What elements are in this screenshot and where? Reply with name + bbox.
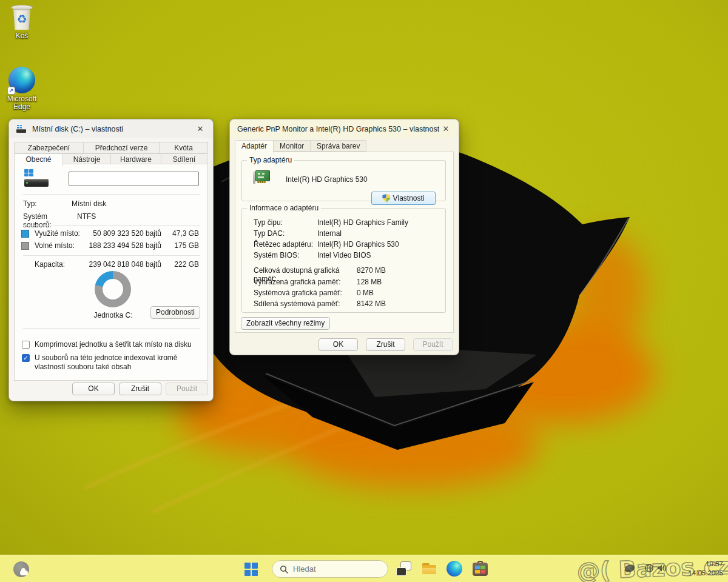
drive-windows-flag-icon <box>24 169 33 176</box>
recycle-bin-rim <box>11 5 33 10</box>
desktop-icon-microsoft-edge[interactable]: ↗ Microsoft Edge <box>0 67 44 111</box>
weather-cloud-icon <box>20 570 28 575</box>
free-space-size: 175 GB <box>161 241 199 250</box>
tab-predchozi-verze[interactable]: Předchozí verze <box>83 142 160 153</box>
index-checkbox-row[interactable]: U souborů na této jednotce indexovat kro… <box>22 353 201 372</box>
apply-button[interactable]: Použít <box>166 383 208 395</box>
volume-label-input[interactable] <box>69 172 199 186</box>
disk-dialog-titlebar[interactable]: Místní disk (C:) – vlastnosti ✕ <box>9 119 213 138</box>
start-button[interactable] <box>243 561 259 577</box>
adapter-name: Intel(R) HD Graphics 530 <box>286 175 368 184</box>
chip-type-value: Intel(R) HD Graphics Family <box>317 218 408 227</box>
recycle-arrows-icon: ♻ <box>16 13 27 25</box>
widgets-button[interactable] <box>13 561 29 577</box>
microsoft-store-button[interactable] <box>472 561 488 577</box>
capacity-size: 222 GB <box>161 260 199 269</box>
free-space-row: Volné místo: 188 233 494 528 bajtů 175 G… <box>21 241 199 250</box>
cancel-button[interactable]: Zrušit <box>366 338 405 351</box>
tab-zabezpeceni[interactable]: Zabezpečení <box>14 142 84 153</box>
drive-icon <box>23 169 50 190</box>
edge-logo-icon <box>447 561 462 577</box>
dac-type-value: Internal <box>317 229 342 238</box>
used-space-bytes: 50 809 323 520 bajtů <box>87 229 161 238</box>
index-checkbox[interactable] <box>22 354 30 362</box>
store-tiles <box>475 566 485 574</box>
chip-type-row: Typ čipu: Intel(R) HD Graphics Family <box>254 218 408 227</box>
drive-mini-body <box>16 129 26 133</box>
dedicated-memory-row: Vyhrazená grafická paměť: 128 MB <box>254 278 382 286</box>
network-icon[interactable] <box>644 563 654 573</box>
tab-adapter[interactable]: Adaptér <box>235 140 274 153</box>
system-memory-value: 0 MB <box>357 289 374 297</box>
drive-led <box>26 182 28 184</box>
clock-time: 10:57 <box>688 560 723 569</box>
bios-label: Systém BIOS: <box>254 251 317 259</box>
tab-obecne[interactable]: Obecné <box>14 153 63 166</box>
adapter-properties-button[interactable]: Vlastnosti <box>371 192 436 205</box>
adapter-dialog-title: Generic PnP Monitor a Intel(R) HD Graphi… <box>237 125 439 133</box>
dedicated-memory-label: Vyhrazená grafická paměť: <box>254 278 357 286</box>
adapter-properties-button-label: Vlastnosti <box>393 194 424 202</box>
compress-checkbox-row[interactable]: Komprimovat jednotku a šetřit tak místo … <box>22 340 201 349</box>
disk-general-page: Typ: Místní disk Systém souborů: NTFS Vy… <box>14 164 208 381</box>
tab-sprava-barev[interactable]: Správa barev <box>310 140 366 152</box>
desktop-icon-label: Microsoft Edge <box>0 95 44 111</box>
adapter-page: Typ adaptéru Intel(R) HD Graphics 530 Vl… <box>235 152 454 333</box>
used-space-swatch <box>21 230 29 238</box>
free-space-bytes: 188 233 494 528 bajtů <box>87 241 161 250</box>
tab-monitor[interactable]: Monitor <box>273 140 311 152</box>
used-space-size: 47,3 GB <box>161 229 199 238</box>
shortcut-arrow-icon: ↗ <box>7 87 15 95</box>
capacity-label: Kapacita: <box>35 260 87 269</box>
close-icon[interactable]: ✕ <box>194 124 207 133</box>
file-explorer-button[interactable] <box>421 561 437 577</box>
divider <box>23 194 200 195</box>
volume-icon[interactable] <box>657 563 667 573</box>
system-memory-row: Systémová grafická paměť: 0 MB <box>254 289 374 297</box>
ok-button[interactable]: OK <box>72 383 115 395</box>
ok-button[interactable]: OK <box>318 338 358 351</box>
filesystem-row: Systém souborů: NTFS <box>23 212 199 229</box>
adapter-dialog-titlebar[interactable]: Generic PnP Monitor a Intel(R) HD Graphi… <box>230 119 459 138</box>
free-space-swatch <box>21 242 29 250</box>
search-input[interactable] <box>293 564 366 574</box>
desktop-icon-label: Koš <box>0 32 44 40</box>
bios-row: Systém BIOS: Intel Video BIOS <box>254 251 371 259</box>
clock-date: 14.05.2025 <box>688 569 723 578</box>
taskbar-clock[interactable]: 10:57 14.05.2025 <box>688 560 723 578</box>
capacity-row: Kapacita: 239 042 818 048 bajtů 222 GB <box>21 259 199 269</box>
details-button[interactable]: Podrobnosti <box>150 306 200 319</box>
desktop-icon-recycle-bin[interactable]: ♻ Koš <box>0 5 44 40</box>
gpu-card-icon <box>253 170 271 185</box>
tab-kvota[interactable]: Kvóta <box>159 142 208 153</box>
adapter-string-row: Řetězec adaptéru: Intel(R) HD Graphics 5… <box>254 240 399 249</box>
close-icon[interactable]: ✕ <box>439 124 453 133</box>
adapter-dialog-tabs: Adaptér Monitor Správa barev <box>230 140 459 152</box>
recycle-bin-body: ♻ <box>12 8 32 30</box>
adapter-properties-dialog: Generic PnP Monitor a Intel(R) HD Graphi… <box>229 119 459 355</box>
list-all-modes-button[interactable]: Zobrazit všechny režimy <box>241 317 330 330</box>
recycle-bin-icon: ♻ <box>11 5 33 30</box>
compress-checkbox[interactable] <box>22 341 30 349</box>
adapter-dialog-footer: OK Zrušit Použít <box>230 338 459 355</box>
type-label: Typ: <box>23 199 72 208</box>
disk-usage-donut <box>95 271 131 307</box>
used-space-row: Využité místo: 50 809 323 520 bajtů 47,3… <box>21 229 199 238</box>
adapter-info-group: Informace o adaptéru Typ čipu: Intel(R) … <box>241 208 446 313</box>
task-view-button[interactable] <box>396 561 412 577</box>
search-icon <box>280 565 288 574</box>
gpu-pins <box>257 181 266 183</box>
divider <box>23 328 200 329</box>
drive-body <box>24 179 49 187</box>
edge-logo-icon: ↗ <box>8 67 35 93</box>
tray-mouse-icon[interactable] <box>624 564 636 573</box>
taskbar-search[interactable] <box>272 560 388 578</box>
folder-front <box>422 568 436 574</box>
windows-logo-icon <box>244 563 258 576</box>
filesystem-value: NTFS <box>77 212 96 229</box>
cancel-button[interactable]: Zrušit <box>119 383 161 395</box>
apply-button[interactable]: Použít <box>413 338 453 351</box>
edge-taskbar-button[interactable] <box>447 561 463 577</box>
drive-caption: Jednotka C: <box>75 311 151 319</box>
adapter-string-label: Řetězec adaptéru: <box>254 240 317 249</box>
